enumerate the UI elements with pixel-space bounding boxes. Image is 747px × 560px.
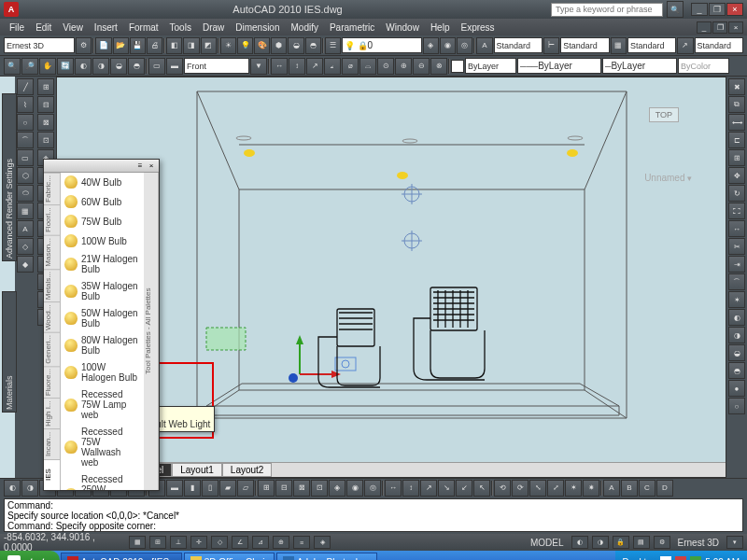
tb-btn-c[interactable]: ◩: [201, 37, 217, 54]
model-paper-toggle[interactable]: MODEL: [527, 538, 568, 548]
dim-j[interactable]: ⊗: [430, 58, 447, 75]
bb-37[interactable]: D: [656, 480, 673, 497]
hatch-button[interactable]: ▦: [17, 203, 34, 219]
dim-d[interactable]: ⦟: [324, 58, 341, 75]
bb-10[interactable]: ▬: [166, 480, 183, 497]
grid-button[interactable]: ⊞: [149, 536, 166, 549]
palette-tab-flooring[interactable]: Floorl...: [44, 204, 60, 235]
bb-24[interactable]: ↗: [420, 480, 437, 497]
tb-l2-b[interactable]: ⊟: [37, 96, 54, 113]
sb-d[interactable]: ▤: [633, 536, 650, 549]
arc-button[interactable]: ⌒: [17, 132, 34, 148]
materials-button[interactable]: ⬢: [271, 37, 287, 54]
view-btn-a[interactable]: ◐: [75, 58, 92, 75]
close-button[interactable]: ×: [726, 3, 743, 16]
bb-32[interactable]: ✶: [565, 480, 582, 497]
textstyle-button[interactable]: A: [476, 37, 492, 54]
scale-button[interactable]: ⛶: [728, 203, 745, 219]
status-workspace[interactable]: Ernest 3D: [674, 538, 723, 548]
tb-btn-e[interactable]: ◓: [305, 37, 321, 54]
tray-desktop-label[interactable]: Desktop: [623, 557, 657, 561]
start-button[interactable]: start: [0, 551, 60, 560]
bb-26[interactable]: ↙: [456, 480, 472, 497]
menu-insert[interactable]: Insert: [89, 21, 123, 35]
palette-tab-metals[interactable]: Metals...: [44, 269, 60, 301]
osnap-button[interactable]: ◇: [211, 536, 228, 549]
bb-22[interactable]: ↔: [385, 480, 402, 497]
dim-g[interactable]: ⊙: [377, 58, 394, 75]
bb-33[interactable]: ✷: [583, 480, 599, 497]
minimize-button[interactable]: _: [691, 3, 708, 16]
menu-edit[interactable]: Edit: [30, 21, 57, 35]
tab-layout2[interactable]: Layout2: [222, 463, 273, 477]
maximize-button[interactable]: ❐: [709, 3, 726, 16]
tb-r-a[interactable]: ◐: [728, 309, 745, 326]
stretch-button[interactable]: ↔: [728, 220, 745, 237]
zoom-realtime-button[interactable]: 🔍: [4, 58, 21, 75]
ucs-label[interactable]: Unnamed ▾: [639, 171, 698, 185]
tb-r-b[interactable]: ◑: [728, 327, 745, 343]
tb-l-b[interactable]: ◆: [17, 256, 34, 273]
workspace-settings-button[interactable]: ⚙: [76, 37, 92, 54]
palette-item[interactable]: 40W Bulb: [61, 173, 144, 192]
menu-window[interactable]: Window: [380, 21, 425, 35]
move-button[interactable]: ✥: [728, 167, 745, 184]
dimstyle-dropdown[interactable]: Standard: [560, 37, 610, 53]
offset-button[interactable]: ⊏: [728, 132, 745, 148]
bb-29[interactable]: ⟳: [512, 480, 529, 497]
bb-17[interactable]: ⊠: [293, 480, 310, 497]
light-button[interactable]: 💡: [237, 37, 253, 54]
pline-button[interactable]: ⌇: [17, 96, 34, 113]
palette-tab-masonry[interactable]: Mason...: [44, 235, 60, 269]
bb-34[interactable]: A: [603, 480, 620, 497]
palette-item[interactable]: Recessed 250W Wallwash web: [61, 471, 144, 490]
doc-minimize-button[interactable]: _: [697, 21, 712, 34]
dim-b[interactable]: ↕: [289, 58, 305, 75]
trim-button[interactable]: ✂: [728, 238, 745, 255]
menu-format[interactable]: Format: [123, 21, 164, 35]
vs-btn-b[interactable]: ▬: [166, 58, 183, 75]
bb-16[interactable]: ⊟: [275, 480, 292, 497]
palette-item[interactable]: 50W Halogen Bulb: [61, 305, 144, 332]
menu-dimension[interactable]: Dimension: [230, 21, 285, 35]
bb-11[interactable]: ▮: [184, 480, 201, 497]
sb-b[interactable]: ◑: [592, 536, 609, 549]
menu-parametric[interactable]: Parametric: [324, 21, 380, 35]
tray-icon[interactable]: [660, 556, 671, 560]
tablestyle-button[interactable]: ▦: [611, 37, 627, 54]
tb-r-f[interactable]: ○: [728, 398, 745, 414]
vs-btn-c[interactable]: ▼: [250, 58, 267, 75]
sb-a[interactable]: ◐: [571, 536, 588, 549]
palette-tab-highintensity[interactable]: High I...: [44, 398, 60, 428]
render-button[interactable]: 🎨: [254, 37, 270, 54]
bb-15[interactable]: ⊞: [258, 480, 275, 497]
fillet-button[interactable]: ⌒: [728, 273, 745, 290]
bb-20[interactable]: ◉: [346, 480, 363, 497]
bb-12[interactable]: ▯: [202, 480, 218, 497]
dim-a[interactable]: ↔: [271, 58, 288, 75]
bb-1[interactable]: ◐: [4, 480, 21, 497]
tb-r-c[interactable]: ◒: [728, 344, 745, 361]
layer-btn-b[interactable]: ◉: [440, 37, 456, 54]
taskbar-button-autocad[interactable]: AutoCAD 2010 - [IES...: [61, 553, 182, 560]
open-button[interactable]: 📂: [113, 37, 129, 54]
vs-btn-a[interactable]: ▭: [148, 58, 165, 75]
layer-btn-c[interactable]: ◎: [457, 37, 472, 54]
orbit-button[interactable]: 🔄: [57, 58, 74, 75]
ortho-button[interactable]: ⊥: [170, 536, 187, 549]
pan-button[interactable]: ✋: [39, 58, 56, 75]
tray-icon[interactable]: [690, 556, 701, 560]
bb-30[interactable]: ⤡: [529, 480, 546, 497]
palette-tab-wood[interactable]: Wood...: [44, 301, 60, 332]
tb-r-e[interactable]: ●: [728, 380, 745, 397]
palette-tab-fabric[interactable]: Fabric...: [44, 173, 60, 204]
ellipse-button[interactable]: ⬭: [17, 185, 34, 202]
circle-button[interactable]: ○: [17, 114, 34, 131]
sb-f[interactable]: ▾: [726, 536, 743, 549]
palette-item[interactable]: Recessed 75W Lamp web: [61, 386, 144, 424]
bb-2[interactable]: ◑: [21, 480, 38, 497]
otrack-button[interactable]: ∠: [232, 536, 248, 549]
new-button[interactable]: 📄: [95, 37, 111, 54]
dimstyle-button[interactable]: ⊢: [543, 37, 559, 54]
palette-close-button[interactable]: ×: [146, 161, 157, 171]
